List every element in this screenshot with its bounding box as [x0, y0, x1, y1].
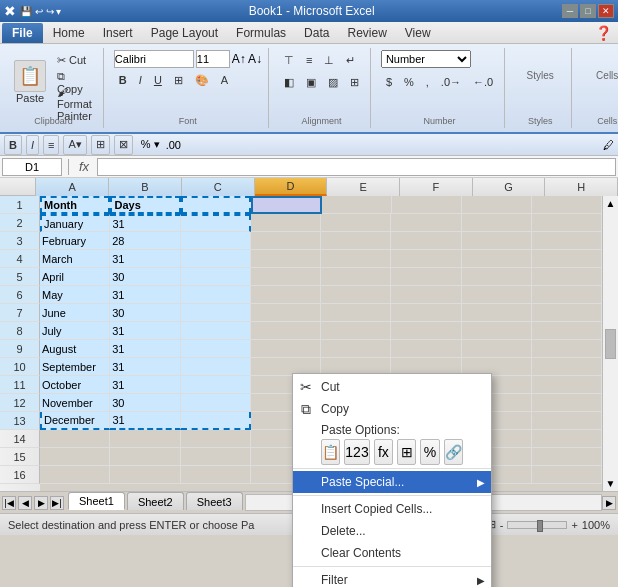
formula-input[interactable]: [97, 158, 616, 176]
decrease-font-icon[interactable]: A↓: [248, 52, 262, 66]
paste-transpose-button[interactable]: ⊞: [397, 439, 416, 465]
cell-A5[interactable]: April: [40, 268, 110, 286]
cell-E3[interactable]: [321, 232, 391, 250]
formula-fontcolor-button[interactable]: A▾: [63, 135, 86, 155]
row-header-14[interactable]: 14: [0, 430, 40, 448]
minimize-button[interactable]: ─: [562, 4, 578, 18]
cell-F9[interactable]: [391, 340, 461, 358]
row-header-16[interactable]: 16: [0, 466, 40, 484]
cell-A14[interactable]: [40, 430, 110, 448]
delete-menu-item[interactable]: Delete...: [293, 520, 491, 542]
cell-H15[interactable]: [532, 448, 602, 466]
scroll-down-button[interactable]: ▼: [603, 478, 618, 489]
formula-border-button[interactable]: ⊞: [91, 135, 110, 155]
cell-D4[interactable]: [251, 250, 321, 268]
cell-A8[interactable]: July: [40, 322, 110, 340]
cell-A9[interactable]: August: [40, 340, 110, 358]
cell-H7[interactable]: [532, 304, 602, 322]
cell-B10[interactable]: 31: [110, 358, 180, 376]
cell-C9[interactable]: [181, 340, 251, 358]
cell-H10[interactable]: [532, 358, 602, 376]
cell-C14[interactable]: [181, 430, 251, 448]
formula-merge-button[interactable]: ⊠: [114, 135, 133, 155]
insert-menu[interactable]: Insert: [95, 24, 141, 42]
cell-F1[interactable]: [392, 196, 462, 214]
align-right-button[interactable]: ▨: [323, 72, 343, 92]
increase-font-icon[interactable]: A↑: [232, 52, 246, 66]
col-header-H[interactable]: H: [545, 178, 618, 196]
cell-D5[interactable]: [251, 268, 321, 286]
cell-D1[interactable]: [251, 196, 321, 214]
row-header-6[interactable]: 6: [0, 286, 40, 304]
cell-C12[interactable]: [181, 394, 251, 412]
paste-button[interactable]: 📋 Paste: [10, 58, 50, 106]
col-header-E[interactable]: E: [327, 178, 400, 196]
cell-E1[interactable]: [322, 196, 392, 214]
cell-G1[interactable]: [462, 196, 532, 214]
row-header-3[interactable]: 3: [0, 232, 40, 250]
close-button[interactable]: ✕: [598, 4, 614, 18]
cell-B2[interactable]: 31: [110, 214, 180, 232]
increase-decimal-button[interactable]: .0→: [436, 72, 466, 92]
cell-B13[interactable]: 31: [110, 412, 180, 430]
col-header-C[interactable]: C: [182, 178, 255, 196]
paste-123-button[interactable]: 123: [344, 439, 369, 465]
cell-B1[interactable]: Days: [110, 196, 180, 214]
cell-B6[interactable]: 31: [110, 286, 180, 304]
cell-G9[interactable]: [462, 340, 532, 358]
cell-C11[interactable]: [181, 376, 251, 394]
cell-F6[interactable]: [391, 286, 461, 304]
cell-A1[interactable]: Month: [40, 196, 110, 214]
review-menu[interactable]: Review: [339, 24, 394, 42]
cell-H14[interactable]: [532, 430, 602, 448]
cell-H2[interactable]: [532, 214, 602, 232]
cell-E6[interactable]: [321, 286, 391, 304]
cell-A2[interactable]: January: [40, 214, 110, 232]
cell-H9[interactable]: [532, 340, 602, 358]
home-menu[interactable]: Home: [45, 24, 93, 42]
cell-C4[interactable]: [181, 250, 251, 268]
cell-G7[interactable]: [462, 304, 532, 322]
cell-E4[interactable]: [321, 250, 391, 268]
copy-menu-item[interactable]: ⧉ Copy: [293, 398, 491, 420]
insert-copied-cells-item[interactable]: Insert Copied Cells...: [293, 498, 491, 520]
format-painter-button[interactable]: 🖌 Format Painter: [52, 94, 97, 114]
cell-H4[interactable]: [532, 250, 602, 268]
cell-F7[interactable]: [391, 304, 461, 322]
cell-B15[interactable]: [110, 448, 180, 466]
cell-E7[interactable]: [321, 304, 391, 322]
last-sheet-button[interactable]: ▶|: [50, 496, 64, 510]
paste-pct-button[interactable]: %: [420, 439, 439, 465]
formula-italic-button[interactable]: I: [26, 135, 39, 155]
cell-H5[interactable]: [532, 268, 602, 286]
row-header-11[interactable]: 11: [0, 376, 40, 394]
cell-F4[interactable]: [391, 250, 461, 268]
cell-B8[interactable]: 31: [110, 322, 180, 340]
decrease-decimal-button[interactable]: ←.0: [468, 72, 498, 92]
cell-H11[interactable]: [532, 376, 602, 394]
cell-C8[interactable]: [181, 322, 251, 340]
paste-fx-button[interactable]: fx: [374, 439, 393, 465]
cell-A13[interactable]: December: [40, 412, 110, 430]
cell-B3[interactable]: 28: [110, 232, 180, 250]
paste-default-button[interactable]: 📋: [321, 439, 340, 465]
cell-B9[interactable]: 31: [110, 340, 180, 358]
cell-B11[interactable]: 31: [110, 376, 180, 394]
cell-A7[interactable]: June: [40, 304, 110, 322]
cell-G2[interactable]: [462, 214, 532, 232]
align-middle-button[interactable]: ≡: [301, 50, 317, 70]
cell-G6[interactable]: [462, 286, 532, 304]
cell-A12[interactable]: November: [40, 394, 110, 412]
cell-F3[interactable]: [391, 232, 461, 250]
cell-H8[interactable]: [532, 322, 602, 340]
data-menu[interactable]: Data: [296, 24, 337, 42]
cell-F2[interactable]: [391, 214, 461, 232]
cell-C2[interactable]: [181, 214, 251, 232]
paste-special-menu-item[interactable]: Paste Special... ▶: [293, 471, 491, 493]
cell-D3[interactable]: [251, 232, 321, 250]
scroll-thumb[interactable]: [605, 329, 616, 359]
maximize-button[interactable]: □: [580, 4, 596, 18]
zoom-minus-button[interactable]: -: [500, 519, 504, 531]
prev-sheet-button[interactable]: ◀: [18, 496, 32, 510]
cell-C7[interactable]: [181, 304, 251, 322]
